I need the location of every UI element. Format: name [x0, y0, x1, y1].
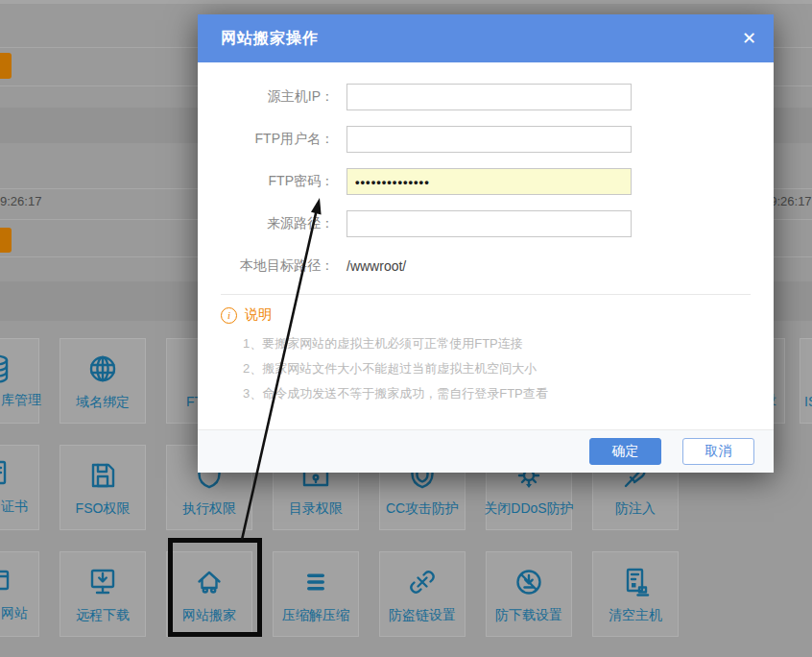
tile-label: CC攻击防护 [386, 500, 459, 518]
tile-label: 防下载设置 [495, 607, 562, 624]
target-path-value: /wwwroot/ [346, 258, 406, 274]
ftp-user-label: FTP用户名： [198, 131, 334, 148]
globe-icon [85, 352, 120, 386]
close-icon[interactable]: ✕ [742, 30, 756, 47]
ok-button[interactable]: 确定 [589, 438, 661, 465]
dialog-header: 网站搬家操作 ✕ [198, 14, 774, 62]
tile-fso-permission[interactable]: FSO权限 [60, 445, 146, 530]
tile-label: 网站 [1, 605, 28, 622]
tile-label: 目录权限 [289, 500, 343, 518]
tile-clear-host[interactable]: 清空主机 [592, 551, 679, 637]
tile-label: 关闭DDoS防护 [484, 500, 573, 518]
tile-compress[interactable]: 压缩解压缩 [273, 551, 359, 637]
floppy-icon [85, 458, 120, 493]
tile-label: 域名绑定 [76, 394, 130, 411]
note-title: 说明 [245, 306, 272, 324]
tile-label: FSO权限 [76, 500, 131, 518]
tile-domain-bind[interactable]: 域名绑定 [60, 338, 146, 424]
no-download-icon [512, 565, 546, 599]
source-path-input[interactable] [346, 210, 632, 237]
tile-label: 防注入 [615, 500, 656, 518]
tile-anti-download[interactable]: 防下载设置 [486, 551, 572, 637]
note-item: 3、命令成功发送不等于搬家成功，需自行登录FTP查看 [243, 381, 751, 406]
migration-dialog: 网站搬家操作 ✕ 源主机IP： FTP用户名： FTP密码： 来源路径： 本地目… [198, 14, 774, 473]
clear-host-icon [618, 565, 653, 599]
source-ip-label: 源主机IP： [198, 88, 334, 106]
ftp-password-input[interactable] [346, 168, 632, 195]
cancel-button[interactable]: 取消 [682, 438, 754, 465]
note-item: 1、要搬家网站的虚拟主机必须可正常使用FTP连接 [243, 331, 751, 356]
tile-label: 远程下载 [76, 607, 130, 624]
ftp-password-row: FTP密码： [198, 167, 774, 196]
site-icon [0, 565, 13, 599]
tile-label: 证书 [1, 499, 28, 516]
database-icon [0, 352, 13, 386]
source-path-row: 来源路径： [198, 209, 774, 238]
source-ip-input[interactable] [346, 84, 632, 110]
tile-label: 防盗链设置 [389, 607, 456, 624]
target-path-label: 本地目标路径： [198, 257, 334, 275]
dialog-footer: 确定 取消 [198, 429, 774, 473]
tile-label: 压缩解压缩 [282, 607, 349, 624]
cert-x-icon [0, 458, 13, 493]
tile-hotlink-protection[interactable]: 防盗链设置 [379, 551, 466, 637]
dialog-title: 网站搬家操作 [198, 29, 319, 49]
tile-label: 执行权限 [182, 500, 236, 518]
chain-link-icon [405, 565, 440, 599]
screen: 9:26:17 09:26:17 库管理域名绑定FT设IS证书FSO权限执行权限… [0, 0, 812, 657]
tile-partial-is[interactable]: IS [800, 338, 812, 424]
tile-website-migration[interactable]: 网站搬家 [166, 551, 252, 637]
compress-bars-icon [299, 565, 333, 599]
tile-website[interactable]: 网站 [0, 551, 39, 637]
note-item: 2、搬家网站文件大小不能超过当前虚拟主机空间大小 [243, 356, 751, 381]
tile-label: 清空主机 [609, 607, 662, 624]
info-icon: i [221, 307, 237, 324]
source-ip-row: 源主机IP： [198, 83, 774, 111]
source-path-label: 来源路径： [198, 215, 334, 232]
tile-database-manage[interactable]: 库管理 [0, 338, 39, 424]
note-block: i 说明 1、要搬家网站的虚拟主机必须可正常使用FTP连接 2、搬家网站文件大小… [198, 295, 774, 406]
house-move-icon [192, 565, 227, 599]
tile-certificate[interactable]: 证书 [0, 445, 39, 530]
tile-remote-download[interactable]: 远程下载 [60, 551, 146, 637]
target-path-row: 本地目标路径： /wwwroot/ [198, 252, 774, 280]
monitor-download-icon [85, 565, 120, 599]
tile-label: 库管理 [1, 392, 41, 409]
tile-label: IS [804, 394, 812, 409]
ftp-password-label: FTP密码： [198, 173, 334, 190]
ftp-user-row: FTP用户名： [198, 125, 774, 154]
ftp-user-input[interactable] [346, 126, 632, 153]
tile-label: 网站搬家 [182, 607, 236, 624]
